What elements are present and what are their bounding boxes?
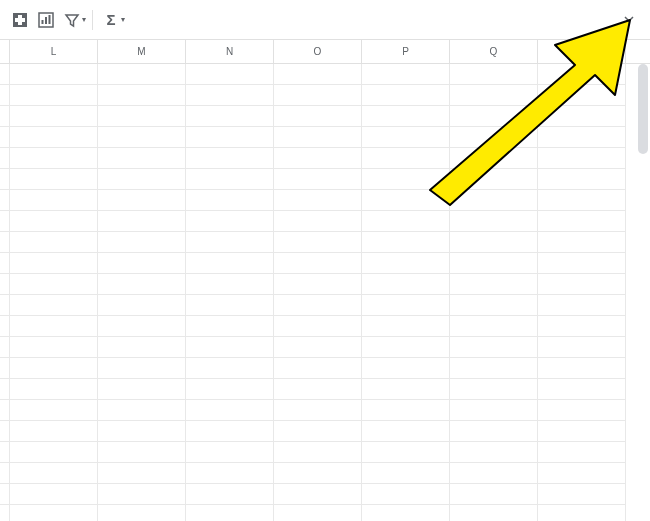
cell[interactable] — [362, 148, 450, 169]
column-header[interactable]: N — [186, 40, 274, 63]
cell[interactable] — [98, 106, 186, 127]
grid-rows[interactable] — [0, 64, 650, 521]
cell[interactable] — [274, 463, 362, 484]
cell[interactable] — [10, 421, 98, 442]
cell[interactable] — [98, 211, 186, 232]
cell[interactable] — [362, 337, 450, 358]
column-header[interactable]: L — [10, 40, 98, 63]
cell[interactable] — [10, 232, 98, 253]
cell[interactable] — [186, 148, 274, 169]
cell[interactable] — [450, 169, 538, 190]
cell[interactable] — [98, 295, 186, 316]
cell[interactable] — [274, 442, 362, 463]
cell[interactable] — [98, 442, 186, 463]
cell[interactable] — [10, 463, 98, 484]
cell[interactable] — [450, 316, 538, 337]
column-header[interactable]: O — [274, 40, 362, 63]
cell[interactable] — [98, 190, 186, 211]
cell[interactable] — [274, 400, 362, 421]
cell[interactable] — [538, 505, 626, 521]
cell[interactable] — [98, 274, 186, 295]
cell[interactable] — [10, 379, 98, 400]
functions-dropdown-arrow[interactable]: ▾ — [121, 15, 125, 24]
cell[interactable] — [186, 106, 274, 127]
cell[interactable] — [186, 505, 274, 521]
cell[interactable] — [274, 148, 362, 169]
cell[interactable] — [450, 274, 538, 295]
cell[interactable] — [10, 169, 98, 190]
cell[interactable] — [274, 127, 362, 148]
cell[interactable] — [186, 316, 274, 337]
cell[interactable] — [362, 505, 450, 521]
cell[interactable] — [186, 127, 274, 148]
cell[interactable] — [450, 106, 538, 127]
cell[interactable] — [10, 85, 98, 106]
cell[interactable] — [538, 295, 626, 316]
cell[interactable] — [362, 64, 450, 85]
cell[interactable] — [186, 295, 274, 316]
cell[interactable] — [186, 232, 274, 253]
cell[interactable] — [98, 505, 186, 521]
cell[interactable] — [538, 64, 626, 85]
cell[interactable] — [538, 274, 626, 295]
cell[interactable] — [98, 169, 186, 190]
cell[interactable] — [98, 64, 186, 85]
cell[interactable] — [450, 190, 538, 211]
cell[interactable] — [450, 127, 538, 148]
cell[interactable] — [450, 64, 538, 85]
cell[interactable] — [362, 253, 450, 274]
cell[interactable] — [538, 169, 626, 190]
cell[interactable] — [538, 400, 626, 421]
cell[interactable] — [274, 295, 362, 316]
cell[interactable] — [274, 505, 362, 521]
cell[interactable] — [186, 169, 274, 190]
vertical-scrollbar-thumb[interactable] — [638, 64, 648, 154]
cell[interactable] — [450, 442, 538, 463]
cell[interactable] — [362, 190, 450, 211]
cell[interactable] — [362, 106, 450, 127]
cell[interactable] — [538, 85, 626, 106]
cell[interactable] — [186, 85, 274, 106]
cell[interactable] — [186, 421, 274, 442]
cell[interactable] — [10, 274, 98, 295]
cell[interactable] — [450, 400, 538, 421]
cell[interactable] — [362, 295, 450, 316]
cell[interactable] — [186, 190, 274, 211]
cell[interactable] — [450, 379, 538, 400]
cell[interactable] — [10, 358, 98, 379]
cell[interactable] — [98, 379, 186, 400]
cell[interactable] — [10, 484, 98, 505]
cell[interactable] — [450, 484, 538, 505]
cell[interactable] — [362, 127, 450, 148]
cell[interactable] — [98, 232, 186, 253]
cell[interactable] — [98, 253, 186, 274]
cell[interactable] — [362, 379, 450, 400]
cell[interactable] — [362, 400, 450, 421]
cell[interactable] — [10, 400, 98, 421]
cell[interactable] — [186, 442, 274, 463]
cell[interactable] — [362, 358, 450, 379]
cell[interactable] — [186, 358, 274, 379]
cell[interactable] — [538, 148, 626, 169]
cell[interactable] — [362, 211, 450, 232]
cell[interactable] — [98, 463, 186, 484]
cell[interactable] — [450, 358, 538, 379]
cell[interactable] — [10, 127, 98, 148]
cell[interactable] — [274, 358, 362, 379]
cell[interactable] — [538, 358, 626, 379]
cell[interactable] — [98, 85, 186, 106]
cell[interactable] — [362, 274, 450, 295]
cell[interactable] — [10, 148, 98, 169]
cell[interactable] — [538, 316, 626, 337]
cell[interactable] — [450, 211, 538, 232]
cell[interactable] — [274, 169, 362, 190]
cell[interactable] — [10, 316, 98, 337]
cell[interactable] — [362, 421, 450, 442]
cell[interactable] — [10, 190, 98, 211]
cell[interactable] — [274, 316, 362, 337]
cell[interactable] — [186, 463, 274, 484]
cell[interactable] — [98, 127, 186, 148]
cell[interactable] — [450, 463, 538, 484]
cell[interactable] — [538, 106, 626, 127]
cell[interactable] — [10, 337, 98, 358]
